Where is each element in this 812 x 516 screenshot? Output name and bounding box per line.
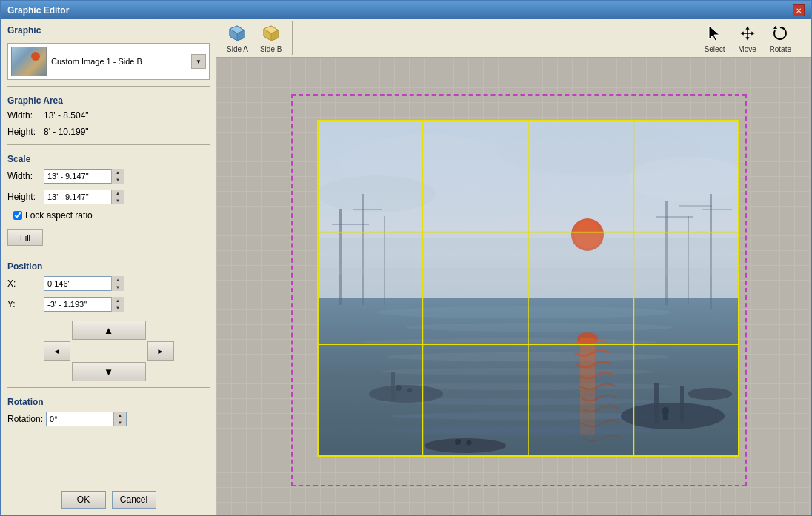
left-arrow-icon: ◄ [53, 347, 61, 355]
rotation-section-label: Rotation [7, 397, 210, 407]
position-x-down[interactable]: ▼ [112, 284, 124, 291]
canvas-content [247, 79, 780, 494]
graphic-area-label: Graphic Area [7, 96, 210, 106]
position-x-label: X: [7, 278, 41, 289]
side-b-cube-icon [261, 23, 282, 44]
select-cursor-icon [705, 23, 725, 44]
rotate-label: Rotate [770, 45, 791, 53]
image-container[interactable] [317, 120, 739, 457]
scale-section-label: Scale [7, 154, 210, 164]
rotation-label: Rotation: [7, 414, 43, 424]
move-up-button[interactable]: ▲ [72, 321, 146, 340]
cancel-button[interactable]: Cancel [112, 491, 156, 509]
area-width-label: Width: [7, 110, 41, 121]
nav-up-row: ▲ [72, 321, 146, 340]
tools-group: Select Move [700, 21, 802, 55]
position-y-down[interactable]: ▼ [112, 304, 124, 312]
window-title: Graphic Editor [7, 5, 69, 16]
toolbar: Side A Side B [216, 19, 811, 58]
left-panel: Graphic Custom Image 1 - Side B ▼ Graphi… [1, 19, 216, 515]
svg-marker-9 [740, 26, 755, 41]
position-x-spinbox[interactable]: 0.146" ▲ ▼ [44, 276, 124, 291]
scale-width-down[interactable]: ▼ [112, 176, 124, 184]
select-tool-button[interactable]: Select [700, 21, 730, 55]
right-arrow-icon: ► [157, 347, 164, 355]
rotate-icon [770, 23, 791, 44]
up-arrow-icon: ▲ [104, 325, 113, 336]
scale-width-spinbox[interactable]: 13' - 9.147" ▲ ▼ [44, 169, 124, 184]
move-right-button[interactable]: ► [147, 341, 174, 361]
divider-4 [7, 387, 210, 388]
scale-height-label: Height: [7, 192, 41, 202]
divider-1 [7, 86, 210, 87]
nav-center [72, 341, 146, 361]
rotation-down[interactable]: ▼ [114, 419, 126, 426]
title-bar: Graphic Editor ✕ [1, 1, 811, 19]
svg-marker-10 [773, 26, 777, 29]
rotation-up[interactable]: ▲ [114, 412, 126, 419]
position-y-up[interactable]: ▲ [112, 297, 124, 304]
position-section-label: Position [7, 261, 210, 272]
scale-width-input[interactable]: 13' - 9.147" [44, 170, 111, 183]
position-y-spinbox[interactable]: -3' - 1.193" ▲ ▼ [44, 297, 124, 312]
divider-3 [7, 252, 210, 252]
position-y-label: Y: [7, 299, 41, 309]
side-a-cube-icon [227, 23, 247, 44]
rotation-row: Rotation: 0° ▲ ▼ [7, 412, 210, 426]
move-cursor-icon [737, 23, 758, 44]
sides-group: Side A Side B [222, 21, 293, 55]
area-width-value: 13' - 8.504" [44, 110, 89, 121]
graphic-name: Custom Image 1 - Side B [51, 57, 187, 66]
fill-button[interactable]: Fill [7, 229, 43, 246]
scale-width-row: Width: 13' - 9.147" ▲ ▼ [7, 169, 210, 184]
scale-height-down[interactable]: ▼ [112, 197, 124, 204]
lock-aspect-checkbox[interactable] [13, 211, 22, 220]
position-x-row: X: 0.146" ▲ ▼ [7, 276, 210, 291]
scale-width-label: Width: [7, 171, 41, 181]
nav-down-row: ▼ [72, 362, 146, 381]
side-b-button[interactable]: Side B [256, 21, 286, 55]
graphic-selector[interactable]: Custom Image 1 - Side B ▼ [7, 43, 210, 80]
position-y-input[interactable]: -3' - 1.193" [44, 298, 111, 311]
graphic-editor-window: Graphic Editor ✕ Graphic Custom Image 1 … [0, 0, 812, 516]
canvas-area [216, 58, 811, 515]
graphic-dropdown[interactable]: ▼ [191, 54, 206, 69]
side-a-label: Side A [227, 45, 248, 53]
scale-height-input[interactable]: 13' - 9.147" [44, 190, 111, 204]
position-x-up[interactable]: ▲ [112, 276, 124, 284]
scale-height-row: Height: 13' - 9.147" ▲ ▼ [7, 190, 210, 204]
lock-aspect-row: Lock aspect ratio [13, 210, 210, 221]
rotate-tool-button[interactable]: Rotate [765, 21, 796, 55]
move-left-button[interactable]: ◄ [44, 341, 70, 361]
graphic-thumbnail [11, 47, 47, 76]
move-tool-button[interactable]: Move [733, 21, 762, 55]
area-width-row: Width: 13' - 8.504" [7, 110, 210, 121]
bottom-buttons: OK Cancel [7, 485, 210, 509]
rotation-spinbox[interactable]: 0° ▲ ▼ [46, 412, 127, 426]
down-arrow-icon: ▼ [104, 366, 113, 378]
nav-buttons: ▲ ◄ ► ▼ [7, 321, 210, 381]
position-y-row: Y: -3' - 1.193" ▲ ▼ [7, 297, 210, 312]
right-panel: Side A Side B [216, 19, 811, 515]
position-x-input[interactable]: 0.146" [44, 277, 111, 290]
scale-width-up[interactable]: ▲ [112, 169, 124, 176]
divider-2 [7, 144, 210, 145]
area-height-row: Height: 8' - 10.199" [7, 127, 210, 137]
ok-button[interactable]: OK [61, 491, 106, 509]
lock-aspect-label: Lock aspect ratio [25, 210, 93, 221]
scale-height-up[interactable]: ▲ [112, 190, 124, 197]
grid-overlay [317, 120, 739, 457]
move-label: Move [738, 45, 756, 53]
svg-marker-8 [709, 26, 719, 41]
select-label: Select [705, 45, 725, 53]
area-height-value: 8' - 10.199" [44, 127, 89, 137]
close-button[interactable]: ✕ [793, 4, 805, 16]
scale-height-spinbox[interactable]: 13' - 9.147" ▲ ▼ [44, 190, 124, 204]
side-b-label: Side B [260, 45, 282, 53]
rotation-input[interactable]: 0° [47, 412, 113, 426]
area-height-label: Height: [7, 127, 41, 137]
move-down-button[interactable]: ▼ [72, 362, 146, 381]
nav-middle-row: ◄ ► [44, 341, 174, 361]
side-a-button[interactable]: Side A [222, 21, 253, 55]
graphic-section-label: Graphic [7, 25, 210, 36]
